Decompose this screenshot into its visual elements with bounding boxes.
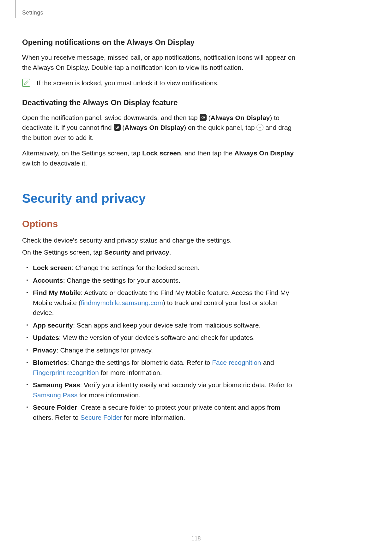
item-label: Samsung Pass	[33, 381, 80, 388]
item-text: : Change the settings for biometric data…	[67, 359, 212, 366]
note-icon	[22, 79, 30, 87]
options-intro-1: Check the device's security and privacy …	[22, 235, 300, 245]
list-item: Accounts: Change the settings for your a…	[22, 275, 300, 286]
options-list: Lock screen: Change the settings for the…	[22, 263, 300, 422]
para-deactivate-2: Alternatively, on the Settings screen, t…	[22, 148, 300, 168]
item-label: Accounts	[33, 277, 63, 284]
item-text: : Scan apps and keep your device safe fr…	[73, 322, 261, 329]
para-opening-notifications: When you receive message, missed call, o…	[22, 52, 300, 72]
heading-opening-notifications: Opening notifications on the Always On D…	[22, 37, 300, 48]
heading-security-privacy: Security and privacy	[22, 189, 300, 208]
list-item: Updates: View the version of your device…	[22, 333, 300, 343]
link-findmymobile[interactable]: findmymobile.samsung.com	[81, 299, 163, 306]
item-text: : View the version of your device's soft…	[59, 334, 255, 341]
list-item: Privacy: Change the settings for privacy…	[22, 345, 300, 355]
list-item: Samsung Pass: Verify your identity easil…	[22, 380, 300, 400]
always-on-display-icon	[200, 114, 207, 121]
text: Alternatively, on the Settings screen, t…	[22, 149, 142, 157]
list-item: Find My Mobile: Activate or deactivate t…	[22, 288, 300, 318]
page-content: Opening notifications on the Always On D…	[22, 37, 300, 422]
para-deactivate-1: Open the notification panel, swipe downw…	[22, 113, 300, 143]
bold-lockscreen: Lock screen	[142, 149, 181, 157]
item-label: Updates	[33, 334, 59, 341]
text: .	[169, 249, 171, 256]
plus-circle-icon	[256, 124, 263, 131]
item-text: for more information.	[99, 369, 162, 376]
list-item: Biometrics: Change the settings for biom…	[22, 358, 300, 377]
item-text: : Change the settings for privacy.	[57, 346, 153, 354]
item-label: Biometrics	[33, 359, 67, 366]
text: On the Settings screen, tap	[22, 249, 104, 256]
heading-options: Options	[22, 217, 300, 231]
note-text: If the screen is locked, you must unlock…	[37, 78, 219, 88]
text: Open the notification panel, swipe downw…	[22, 114, 200, 121]
list-item: Secure Folder: Create a secure folder to…	[22, 402, 300, 422]
item-label: App security	[33, 322, 73, 329]
item-text: for more information.	[122, 414, 185, 421]
text: switch to deactivate it.	[22, 160, 87, 167]
link-secure-folder[interactable]: Secure Folder	[81, 414, 122, 421]
item-label: Lock screen	[33, 264, 72, 271]
options-intro-2: On the Settings screen, tap Security and…	[22, 247, 300, 257]
item-label: Privacy	[33, 346, 57, 354]
list-item: Lock screen: Change the settings for the…	[22, 263, 300, 273]
item-text: : Verify your identity easily and secure…	[80, 381, 292, 388]
page-number: 118	[0, 535, 392, 542]
link-fingerprint-recognition[interactable]: Fingerprint recognition	[33, 369, 99, 376]
item-label: Secure Folder	[33, 404, 77, 411]
link-face-recognition[interactable]: Face recognition	[212, 359, 261, 366]
always-on-display-icon	[114, 124, 121, 131]
bold-aod-1: Always On Display	[210, 114, 270, 121]
item-text: : Change the settings for your accounts.	[63, 277, 180, 284]
item-text: for more information.	[77, 391, 141, 399]
bold-aod-switch: Always On Display	[234, 149, 294, 157]
bold-aod-2: Always On Display	[124, 124, 184, 131]
item-text: : Change the settings for the locked scr…	[72, 264, 200, 271]
note-row: If the screen is locked, you must unlock…	[22, 78, 300, 88]
text: ) on the quick panel, tap	[184, 124, 256, 131]
item-text: and	[261, 359, 274, 366]
list-item: App security: Scan apps and keep your de…	[22, 320, 300, 330]
link-samsung-pass[interactable]: Samsung Pass	[33, 391, 77, 399]
item-label: Find My Mobile	[33, 289, 81, 296]
heading-deactivating-aod: Deactivating the Always On Display featu…	[22, 97, 300, 108]
bold-security-privacy: Security and privacy	[104, 249, 169, 256]
header-section-label: Settings	[22, 9, 43, 16]
header-separator	[15, 0, 16, 18]
text: , and then tap the	[181, 149, 234, 157]
